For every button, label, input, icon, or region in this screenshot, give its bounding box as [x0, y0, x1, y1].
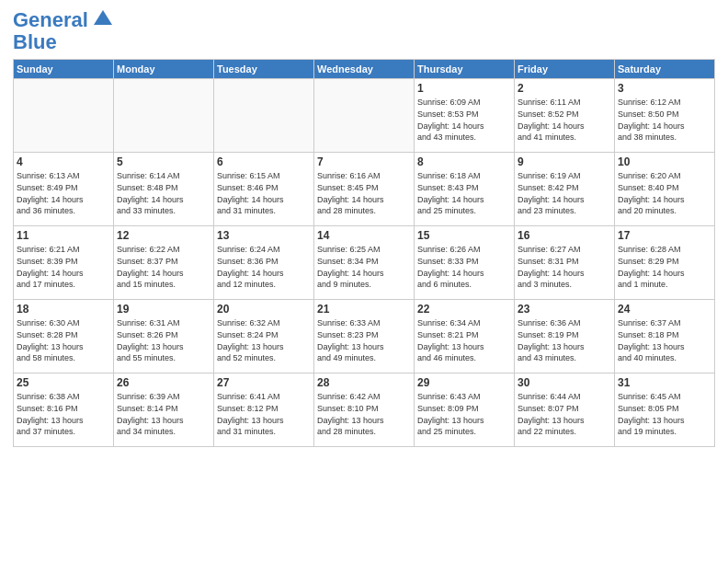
logo-blue-text: Blue	[13, 31, 57, 53]
calendar-cell	[14, 79, 114, 153]
calendar-cell: 14Sunrise: 6:25 AM Sunset: 8:34 PM Dayli…	[314, 226, 415, 300]
day-number: 5	[117, 155, 210, 168]
day-number: 26	[117, 376, 210, 389]
calendar-week-row: 18Sunrise: 6:30 AM Sunset: 8:28 PM Dayli…	[14, 300, 715, 373]
calendar-cell: 27Sunrise: 6:41 AM Sunset: 8:12 PM Dayli…	[214, 373, 314, 447]
page-container: General Blue SundayMondayTuesdayWednesda…	[0, 0, 728, 456]
day-number: 31	[618, 376, 711, 389]
day-info: Sunrise: 6:30 AM Sunset: 8:28 PM Dayligh…	[17, 317, 110, 363]
day-number: 29	[417, 376, 511, 389]
day-number: 8	[417, 155, 511, 168]
day-info: Sunrise: 6:19 AM Sunset: 8:42 PM Dayligh…	[518, 170, 611, 216]
day-number: 19	[117, 303, 210, 316]
calendar-cell: 16Sunrise: 6:27 AM Sunset: 8:31 PM Dayli…	[515, 226, 615, 300]
calendar-cell: 11Sunrise: 6:21 AM Sunset: 8:39 PM Dayli…	[14, 226, 114, 300]
day-number: 16	[518, 229, 611, 242]
weekday-header-saturday: Saturday	[615, 60, 715, 79]
calendar-cell: 5Sunrise: 6:14 AM Sunset: 8:48 PM Daylig…	[114, 153, 214, 226]
day-number: 14	[317, 229, 411, 242]
day-number: 7	[317, 155, 411, 168]
calendar-cell: 10Sunrise: 6:20 AM Sunset: 8:40 PM Dayli…	[615, 153, 715, 226]
calendar-cell: 3Sunrise: 6:12 AM Sunset: 8:50 PM Daylig…	[615, 79, 715, 153]
day-number: 9	[518, 155, 611, 168]
calendar-week-row: 25Sunrise: 6:38 AM Sunset: 8:16 PM Dayli…	[14, 373, 715, 447]
day-number: 25	[17, 376, 110, 389]
calendar-cell: 12Sunrise: 6:22 AM Sunset: 8:37 PM Dayli…	[114, 226, 214, 300]
day-number: 24	[618, 303, 711, 316]
day-info: Sunrise: 6:31 AM Sunset: 8:26 PM Dayligh…	[117, 317, 210, 363]
logo-text: General	[13, 9, 88, 31]
calendar-cell: 13Sunrise: 6:24 AM Sunset: 8:36 PM Dayli…	[214, 226, 314, 300]
day-number: 27	[217, 376, 311, 389]
day-number: 28	[317, 376, 411, 389]
day-number: 4	[17, 155, 110, 168]
weekday-header-monday: Monday	[114, 60, 214, 79]
day-number: 20	[217, 303, 311, 316]
day-info: Sunrise: 6:37 AM Sunset: 8:18 PM Dayligh…	[618, 317, 711, 363]
day-info: Sunrise: 6:38 AM Sunset: 8:16 PM Dayligh…	[17, 391, 110, 437]
day-info: Sunrise: 6:24 AM Sunset: 8:36 PM Dayligh…	[217, 244, 311, 290]
weekday-header-wednesday: Wednesday	[314, 60, 415, 79]
day-number: 10	[618, 155, 711, 168]
calendar-cell: 20Sunrise: 6:32 AM Sunset: 8:24 PM Dayli…	[214, 300, 314, 373]
day-number: 6	[217, 155, 311, 168]
day-info: Sunrise: 6:28 AM Sunset: 8:29 PM Dayligh…	[618, 244, 711, 290]
weekday-header-row: SundayMondayTuesdayWednesdayThursdayFrid…	[14, 60, 715, 79]
calendar-cell	[314, 79, 415, 153]
logo: General Blue	[13, 9, 116, 53]
day-number: 12	[117, 229, 210, 242]
day-number: 17	[618, 229, 711, 242]
day-info: Sunrise: 6:09 AM Sunset: 8:53 PM Dayligh…	[417, 97, 511, 143]
day-info: Sunrise: 6:13 AM Sunset: 8:49 PM Dayligh…	[17, 170, 110, 216]
calendar-cell: 8Sunrise: 6:18 AM Sunset: 8:43 PM Daylig…	[415, 153, 515, 226]
calendar-cell: 22Sunrise: 6:34 AM Sunset: 8:21 PM Dayli…	[415, 300, 515, 373]
day-info: Sunrise: 6:41 AM Sunset: 8:12 PM Dayligh…	[217, 391, 311, 437]
weekday-header-thursday: Thursday	[415, 60, 515, 79]
day-number: 3	[618, 82, 711, 95]
calendar-cell: 26Sunrise: 6:39 AM Sunset: 8:14 PM Dayli…	[114, 373, 214, 447]
calendar-cell: 31Sunrise: 6:45 AM Sunset: 8:05 PM Dayli…	[615, 373, 715, 447]
day-info: Sunrise: 6:25 AM Sunset: 8:34 PM Dayligh…	[317, 244, 411, 290]
svg-marker-0	[94, 10, 112, 25]
day-info: Sunrise: 6:33 AM Sunset: 8:23 PM Dayligh…	[317, 317, 411, 363]
calendar-cell: 2Sunrise: 6:11 AM Sunset: 8:52 PM Daylig…	[515, 79, 615, 153]
day-number: 22	[417, 303, 511, 316]
calendar-cell: 17Sunrise: 6:28 AM Sunset: 8:29 PM Dayli…	[615, 226, 715, 300]
calendar-cell: 24Sunrise: 6:37 AM Sunset: 8:18 PM Dayli…	[615, 300, 715, 373]
day-info: Sunrise: 6:44 AM Sunset: 8:07 PM Dayligh…	[518, 391, 611, 437]
calendar-cell: 7Sunrise: 6:16 AM Sunset: 8:45 PM Daylig…	[314, 153, 415, 226]
calendar-cell: 29Sunrise: 6:43 AM Sunset: 8:09 PM Dayli…	[415, 373, 515, 447]
day-info: Sunrise: 6:14 AM Sunset: 8:48 PM Dayligh…	[117, 170, 210, 216]
calendar-cell: 19Sunrise: 6:31 AM Sunset: 8:26 PM Dayli…	[114, 300, 214, 373]
day-info: Sunrise: 6:39 AM Sunset: 8:14 PM Dayligh…	[117, 391, 210, 437]
day-info: Sunrise: 6:12 AM Sunset: 8:50 PM Dayligh…	[618, 97, 711, 143]
calendar-week-row: 11Sunrise: 6:21 AM Sunset: 8:39 PM Dayli…	[14, 226, 715, 300]
day-number: 11	[17, 229, 110, 242]
calendar-cell: 15Sunrise: 6:26 AM Sunset: 8:33 PM Dayli…	[415, 226, 515, 300]
day-number: 15	[417, 229, 511, 242]
calendar-cell: 6Sunrise: 6:15 AM Sunset: 8:46 PM Daylig…	[214, 153, 314, 226]
day-info: Sunrise: 6:15 AM Sunset: 8:46 PM Dayligh…	[217, 170, 311, 216]
day-number: 1	[417, 82, 511, 95]
day-info: Sunrise: 6:32 AM Sunset: 8:24 PM Dayligh…	[217, 317, 311, 363]
calendar-cell: 9Sunrise: 6:19 AM Sunset: 8:42 PM Daylig…	[515, 153, 615, 226]
page-header: General Blue	[13, 9, 715, 53]
weekday-header-tuesday: Tuesday	[214, 60, 314, 79]
calendar-table: SundayMondayTuesdayWednesdayThursdayFrid…	[13, 59, 715, 447]
calendar-cell	[114, 79, 214, 153]
day-info: Sunrise: 6:16 AM Sunset: 8:45 PM Dayligh…	[317, 170, 411, 216]
day-info: Sunrise: 6:42 AM Sunset: 8:10 PM Dayligh…	[317, 391, 411, 437]
calendar-cell: 21Sunrise: 6:33 AM Sunset: 8:23 PM Dayli…	[314, 300, 415, 373]
day-info: Sunrise: 6:26 AM Sunset: 8:33 PM Dayligh…	[417, 244, 511, 290]
day-info: Sunrise: 6:20 AM Sunset: 8:40 PM Dayligh…	[618, 170, 711, 216]
day-info: Sunrise: 6:18 AM Sunset: 8:43 PM Dayligh…	[417, 170, 511, 216]
day-info: Sunrise: 6:45 AM Sunset: 8:05 PM Dayligh…	[618, 391, 711, 437]
calendar-cell: 23Sunrise: 6:36 AM Sunset: 8:19 PM Dayli…	[515, 300, 615, 373]
day-number: 13	[217, 229, 311, 242]
day-number: 23	[518, 303, 611, 316]
day-number: 2	[518, 82, 611, 95]
calendar-cell: 1Sunrise: 6:09 AM Sunset: 8:53 PM Daylig…	[415, 79, 515, 153]
calendar-cell: 28Sunrise: 6:42 AM Sunset: 8:10 PM Dayli…	[314, 373, 415, 447]
day-info: Sunrise: 6:43 AM Sunset: 8:09 PM Dayligh…	[417, 391, 511, 437]
day-info: Sunrise: 6:27 AM Sunset: 8:31 PM Dayligh…	[518, 244, 611, 290]
